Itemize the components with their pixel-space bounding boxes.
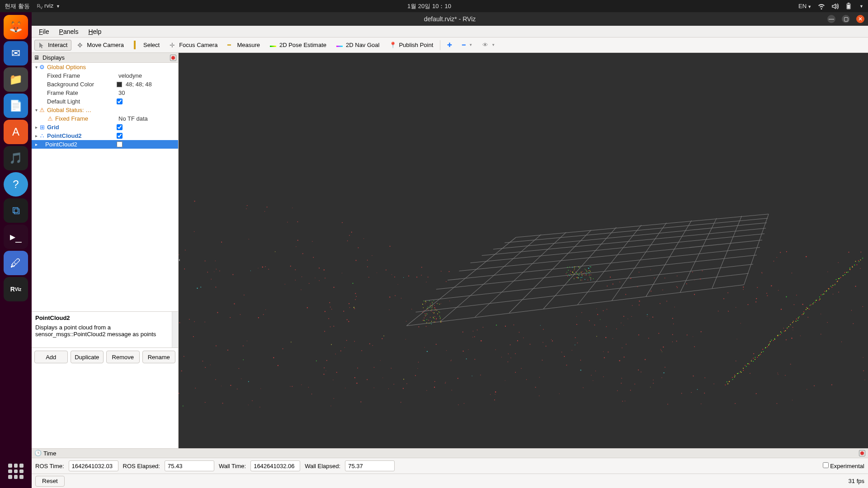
dock-help[interactable]: ?: [4, 172, 28, 197]
titlebar[interactable]: default.rviz* - RViz — ▢ ✕: [32, 12, 868, 26]
panel-close-icon[interactable]: [170, 55, 176, 61]
duplicate-button[interactable]: Duplicate: [71, 351, 104, 363]
grid-checkbox[interactable]: [117, 124, 123, 130]
tree-frame-rate[interactable]: Frame Rate 30: [32, 89, 178, 97]
time-panel-close-icon[interactable]: [859, 450, 865, 456]
svg-point-284: [380, 360, 381, 361]
close-button[interactable]: ✕: [856, 15, 864, 23]
clock[interactable]: 1월 20일 10：10: [60, 2, 798, 10]
time-panel-header[interactable]: 🕒 Time: [32, 448, 868, 458]
tool-pose-estimate[interactable]: 2D Pose Estimate: [266, 40, 330, 51]
svg-point-356: [591, 375, 592, 376]
tree-fixed-frame[interactable]: Fixed Frame velodyne: [32, 71, 178, 80]
svg-point-538: [796, 319, 797, 319]
svg-point-114: [472, 337, 473, 338]
activities-label[interactable]: 현재 활동: [5, 2, 30, 10]
battery-icon[interactable]: [845, 3, 852, 10]
svg-point-217: [426, 326, 427, 327]
splitter-handle[interactable]: ◂: [176, 251, 181, 269]
dock-writer[interactable]: 📄: [4, 94, 28, 118]
dock-terminal[interactable]: ▸_: [4, 225, 28, 249]
system-menu-caret[interactable]: ▼: [859, 4, 863, 9]
tree-global-status[interactable]: ▾⚠Global Status: …: [32, 106, 178, 114]
svg-point-416: [445, 382, 446, 382]
svg-point-649: [590, 271, 591, 272]
tree-default-light[interactable]: Default Light: [32, 97, 178, 106]
dock-thunderbird[interactable]: ✉: [4, 41, 28, 66]
add-button[interactable]: Add: [34, 351, 68, 363]
dock-rviz[interactable]: RViz: [4, 277, 28, 301]
tool-move-camera[interactable]: ✥ Move Camera: [73, 40, 128, 51]
ros-time-field[interactable]: [69, 460, 118, 471]
svg-point-189: [287, 222, 288, 223]
minimize-button[interactable]: —: [827, 15, 835, 23]
svg-point-150: [821, 314, 821, 314]
tree-global-options[interactable]: ▾⚙Global Options: [32, 63, 178, 71]
svg-point-125: [260, 389, 261, 389]
svg-point-604: [566, 272, 567, 273]
volume-icon[interactable]: [831, 3, 839, 10]
svg-line-3: [406, 285, 744, 326]
dock-text-editor[interactable]: 🖊: [4, 251, 28, 275]
3d-viewport[interactable]: [179, 53, 868, 448]
svg-point-380: [179, 322, 180, 323]
svg-point-248: [526, 379, 527, 380]
dock-rhythmbox[interactable]: 🎵: [4, 146, 28, 170]
tool-nav-goal[interactable]: 2D Nav Goal: [332, 40, 383, 51]
svg-point-138: [735, 403, 736, 404]
tree-grid[interactable]: ▸⊞Grid: [32, 123, 178, 131]
maximize-button[interactable]: ▢: [842, 15, 850, 23]
tool-add-marker[interactable]: ✚: [443, 40, 456, 50]
lang-indicator[interactable]: EN▼: [798, 3, 811, 9]
svg-point-60: [561, 352, 562, 352]
ros-elapsed-field[interactable]: [165, 460, 214, 471]
svg-point-435: [727, 292, 728, 293]
svg-point-178: [449, 300, 450, 301]
dock-software[interactable]: A: [4, 120, 28, 144]
experimental-toggle[interactable]: Experimental: [823, 462, 865, 469]
svg-point-681: [430, 304, 431, 305]
tree-status-fixed-frame[interactable]: ⚠Fixed Frame No TF data: [32, 114, 178, 123]
menu-file[interactable]: File: [34, 27, 54, 36]
svg-point-464: [363, 238, 364, 239]
description-scrollbar[interactable]: [172, 312, 178, 347]
svg-point-622: [572, 267, 573, 268]
dock-show-apps[interactable]: [4, 459, 28, 483]
tool-focus-camera[interactable]: ✛ Focus Camera: [165, 40, 222, 51]
wifi-icon[interactable]: [818, 3, 825, 10]
menu-panels[interactable]: Panels: [55, 27, 83, 36]
displays-header[interactable]: 🖥 Displays: [32, 53, 178, 63]
svg-point-511: [767, 347, 768, 347]
pc2-2-checkbox[interactable]: [117, 141, 123, 147]
default-light-checkbox[interactable]: [117, 99, 123, 104]
displays-tree[interactable]: ▾⚙Global Options Fixed Frame velodyne Ba…: [32, 63, 178, 311]
app-menu[interactable]: RV rviz ▼: [37, 2, 60, 10]
dock-files[interactable]: 📁: [4, 67, 28, 92]
rename-button[interactable]: Rename: [142, 351, 176, 363]
tool-select[interactable]: Select: [130, 40, 164, 51]
svg-point-662: [574, 278, 575, 279]
svg-point-109: [806, 256, 807, 257]
tool-remove-marker[interactable]: ━▼: [458, 40, 476, 50]
reset-button[interactable]: Reset: [35, 476, 65, 487]
svg-point-305: [638, 334, 639, 335]
tool-measure[interactable]: ━ Measure: [223, 40, 264, 51]
tool-interact[interactable]: Interact: [34, 40, 71, 51]
svg-point-737: [433, 318, 434, 319]
tree-pointcloud2-1[interactable]: ▸∴PointCloud2: [32, 131, 178, 140]
svg-point-721: [423, 300, 424, 301]
tree-background-color[interactable]: Background Color 48; 48; 48: [32, 80, 178, 89]
wall-elapsed-field[interactable]: [345, 460, 395, 471]
tool-publish-point[interactable]: 📍 Publish Point: [385, 40, 437, 51]
svg-point-231: [653, 380, 654, 380]
dock-vscode[interactable]: ⧉: [4, 198, 28, 223]
svg-point-720: [430, 307, 431, 308]
menu-help[interactable]: Help: [84, 27, 106, 36]
remove-button[interactable]: Remove: [106, 351, 140, 363]
svg-point-591: [859, 261, 859, 262]
pc2-1-checkbox[interactable]: [117, 133, 123, 139]
dock-firefox[interactable]: 🦊: [4, 15, 28, 39]
tree-pointcloud2-2[interactable]: ▸PointCloud2: [32, 140, 178, 149]
tool-visibility[interactable]: 👁▼: [478, 40, 499, 50]
wall-time-field[interactable]: [250, 460, 300, 471]
